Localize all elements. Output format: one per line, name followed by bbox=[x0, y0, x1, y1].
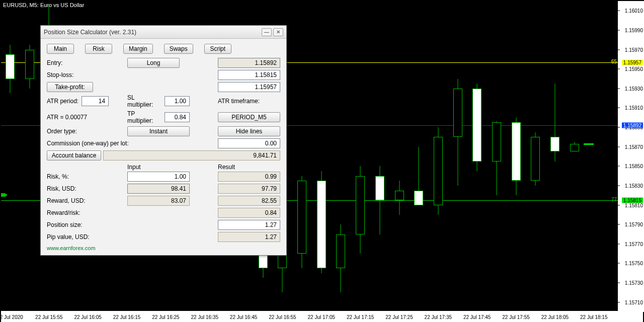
riskusd-result: 97.79 bbox=[218, 184, 280, 194]
reward-label: Reward, USD: bbox=[47, 197, 127, 204]
website-link[interactable]: www.earnforex.com bbox=[47, 245, 280, 251]
rr-label: Reward/risk: bbox=[47, 209, 127, 216]
tpmult-label: TP multiplier: bbox=[127, 110, 162, 124]
xtick: 22 Jul 17:35 bbox=[425, 314, 452, 320]
time-axis: 22 Jul 202022 Jul 15:5522 Jul 16:0522 Ju… bbox=[1, 311, 643, 322]
ytick: 1.15930 bbox=[625, 86, 643, 91]
input-header: Input bbox=[127, 164, 218, 171]
atrperiod-field[interactable] bbox=[82, 96, 109, 106]
price-tag: 1.15815 bbox=[622, 197, 643, 203]
xtick: 22 Jul 17:55 bbox=[502, 314, 530, 320]
atrtimeframe-button[interactable]: PERIOD_M5 bbox=[218, 112, 280, 122]
current-price-marker bbox=[584, 143, 594, 145]
ytick: 1.15810 bbox=[625, 202, 643, 208]
minimize-button[interactable]: — bbox=[262, 28, 272, 36]
ytick: 1.15790 bbox=[625, 222, 643, 227]
riskpct-label: Risk, %: bbox=[47, 173, 127, 180]
xtick: 22 Jul 15:55 bbox=[35, 314, 63, 320]
xtick: 22 Jul 16:05 bbox=[74, 314, 102, 320]
atrvalue-label: ATR = 0.00077 bbox=[47, 114, 127, 121]
takeprofit-field[interactable] bbox=[218, 82, 280, 92]
xtick: 22 Jul 16:55 bbox=[269, 314, 296, 320]
direction-button[interactable]: Long bbox=[127, 58, 180, 68]
ordertype-button[interactable]: Instant bbox=[127, 126, 190, 136]
xtick: 22 Jul 16:45 bbox=[230, 314, 258, 320]
atrperiod-label: ATR period: bbox=[47, 98, 78, 105]
xtick: 22 Jul 17:45 bbox=[463, 314, 491, 320]
ytick: 1.15770 bbox=[625, 241, 643, 247]
ytick: 1.15910 bbox=[625, 105, 643, 111]
ytick: 1.15830 bbox=[625, 183, 643, 188]
close-button[interactable]: ✕ bbox=[273, 28, 283, 36]
price-tag: 1.15957 bbox=[622, 59, 643, 65]
tab-risk[interactable]: Risk bbox=[85, 44, 112, 54]
tab-margin[interactable]: Margin bbox=[123, 44, 153, 54]
dialog-titlebar[interactable]: Position Size Calculator (ver. 2.31) — ✕ bbox=[41, 26, 286, 39]
entry-field[interactable] bbox=[218, 58, 280, 68]
pipvalue-result: 1.27 bbox=[218, 232, 280, 242]
result-header: Result bbox=[218, 164, 280, 171]
xtick: 22 Jul 16:25 bbox=[152, 314, 180, 320]
price-tag: 1.15892 bbox=[622, 123, 643, 128]
ytick: 1.15970 bbox=[625, 47, 643, 52]
tab-main[interactable]: Main bbox=[47, 44, 74, 54]
ytick: 1.15750 bbox=[625, 261, 643, 266]
tpmult-field[interactable] bbox=[165, 112, 190, 122]
hidelines-button[interactable]: Hide lines bbox=[218, 126, 280, 136]
ordertype-label: Order type: bbox=[47, 128, 127, 135]
ytick: 1.15850 bbox=[625, 164, 643, 169]
entry-label: Entry: bbox=[47, 59, 127, 66]
account-balance-button[interactable]: Account balance bbox=[47, 150, 101, 160]
price-axis: 1.160101.159901.159701.159501.159301.159… bbox=[618, 1, 644, 312]
dialog-title: Position Size Calculator (ver. 2.31) bbox=[44, 29, 260, 36]
account-balance-value: 9,841.71 bbox=[103, 150, 280, 160]
ytick: 1.15710 bbox=[625, 299, 643, 305]
xtick: 22 Jul 18:15 bbox=[580, 314, 608, 320]
line-distance: 77 bbox=[611, 196, 617, 202]
xtick: 22 Jul 16:35 bbox=[191, 314, 219, 320]
rr-result: 0.84 bbox=[218, 208, 280, 218]
chart-title: EURUSD, M5: Euro vs US Dollar bbox=[3, 2, 84, 8]
ytick: 1.15730 bbox=[625, 280, 643, 286]
riskusd-label: Risk, USD: bbox=[47, 185, 127, 192]
tab-swaps[interactable]: Swaps bbox=[164, 44, 193, 54]
stoploss-label: Stop-loss: bbox=[47, 71, 127, 78]
commission-field[interactable] bbox=[218, 138, 280, 148]
slmult-label: SL multiplier: bbox=[127, 94, 162, 108]
ytick: 1.15950 bbox=[625, 66, 643, 72]
ytick: 1.16010 bbox=[625, 8, 643, 14]
reward-input: 83.07 bbox=[127, 196, 190, 206]
price-arrow-icon bbox=[1, 193, 8, 197]
position-size-dialog[interactable]: Position Size Calculator (ver. 2.31) — ✕… bbox=[40, 25, 287, 256]
stoploss-field[interactable] bbox=[218, 70, 280, 80]
tab-script[interactable]: Script bbox=[204, 44, 231, 54]
riskpct-result: 0.99 bbox=[218, 172, 280, 182]
xtick: 22 Jul 17:25 bbox=[385, 314, 413, 320]
riskpct-input[interactable] bbox=[127, 172, 190, 182]
ytick: 1.15870 bbox=[625, 144, 643, 149]
reward-result: 82.55 bbox=[218, 196, 280, 206]
positionsize-label: Position size: bbox=[47, 221, 127, 228]
ytick: 1.15990 bbox=[625, 27, 643, 33]
xtick: 22 Jul 17:05 bbox=[308, 314, 336, 320]
xtick: 22 Jul 18:05 bbox=[541, 314, 569, 320]
xtick: 22 Jul 2020 bbox=[0, 314, 23, 320]
pipvalue-label: Pip value, USD: bbox=[47, 233, 127, 240]
commission-label: Commission (one-way) per lot: bbox=[47, 140, 215, 147]
tabs: Main Risk Margin Swaps Script bbox=[47, 44, 280, 54]
positionsize-field[interactable] bbox=[218, 220, 280, 230]
slmult-field[interactable] bbox=[165, 96, 190, 106]
takeprofit-button[interactable]: Take-profit: bbox=[47, 82, 93, 92]
xtick: 22 Jul 17:15 bbox=[347, 314, 374, 320]
atrtf-label: ATR timeframe: bbox=[218, 98, 260, 105]
line-distance: 65 bbox=[611, 58, 617, 64]
riskusd-input[interactable] bbox=[127, 184, 190, 194]
xtick: 22 Jul 16:15 bbox=[113, 314, 141, 320]
